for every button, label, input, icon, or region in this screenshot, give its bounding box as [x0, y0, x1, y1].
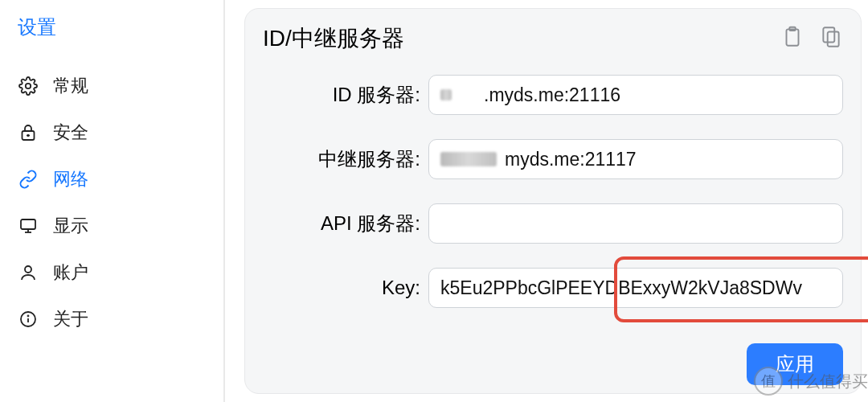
svg-point-7 [25, 266, 31, 273]
svg-rect-4 [21, 219, 35, 229]
settings-sidebar: 设置 常规 安全 网络 显示 [0, 0, 225, 402]
input-key[interactable]: k5Eu2PPbcGlPEEYDBExxyW2kVJa8SDWv [428, 268, 843, 308]
sidebar-item-label: 网络 [53, 167, 88, 191]
svg-rect-11 [787, 29, 799, 45]
sidebar-item-label: 账户 [53, 260, 88, 285]
sidebar-item-display[interactable]: 显示 [0, 203, 223, 249]
label-api-server: API 服务器: [292, 211, 420, 236]
input-id-server[interactable]: .myds.me:21116 [428, 75, 843, 115]
sidebar-item-label: 常规 [53, 74, 88, 98]
sidebar-item-about[interactable]: 关于 [0, 296, 223, 343]
sidebar-item-network[interactable]: 网络 [0, 156, 223, 203]
relay-server-card: ID/中继服务器 ID 服务器: [244, 8, 862, 394]
value-key: k5Eu2PPbcGlPEEYDBExxyW2kVJa8SDWv [440, 277, 802, 299]
sidebar-title: 设置 [0, 13, 223, 63]
label-key: Key: [292, 277, 420, 299]
main-panel: ID/中继服务器 ID 服务器: [225, 0, 868, 402]
row-api-server: API 服务器: [263, 203, 843, 244]
monitor-icon [18, 215, 39, 236]
sidebar-item-label: 安全 [53, 121, 88, 145]
svg-rect-13 [828, 32, 839, 47]
clipboard-paste-icon [782, 25, 803, 52]
copy-icon [821, 25, 841, 52]
sidebar-item-label: 关于 [53, 307, 88, 331]
sidebar-item-label: 显示 [53, 214, 88, 238]
input-api-server[interactable] [428, 203, 843, 244]
sidebar-item-security[interactable]: 安全 [0, 109, 223, 156]
link-icon [18, 169, 39, 190]
info-icon [18, 309, 39, 330]
value-relay-server: myds.me:21117 [505, 149, 637, 170]
row-key: Key: k5Eu2PPbcGlPEEYDBExxyW2kVJa8SDWv [263, 268, 843, 308]
person-icon [18, 262, 39, 283]
row-id-server: ID 服务器: .myds.me:21116 [263, 75, 843, 115]
obscured-text [440, 89, 452, 100]
svg-rect-14 [823, 27, 834, 42]
input-relay-server[interactable]: myds.me:21117 [428, 139, 843, 179]
value-id-server: .myds.me:21116 [484, 84, 620, 106]
sidebar-item-general[interactable]: 常规 [0, 63, 223, 109]
label-id-server: ID 服务器: [292, 82, 420, 108]
sidebar-item-account[interactable]: 账户 [0, 249, 223, 296]
gear-icon [18, 76, 39, 96]
copy-button[interactable] [819, 27, 843, 51]
paste-button[interactable] [780, 27, 805, 51]
svg-point-10 [28, 316, 29, 317]
card-title: ID/中继服务器 [263, 23, 780, 54]
obscured-text [440, 152, 497, 166]
apply-button[interactable]: 应用 [747, 343, 843, 385]
svg-point-0 [26, 84, 31, 88]
lock-icon [18, 122, 39, 143]
row-relay-server: 中继服务器: myds.me:21117 [263, 139, 843, 179]
label-relay-server: 中继服务器: [292, 146, 420, 172]
